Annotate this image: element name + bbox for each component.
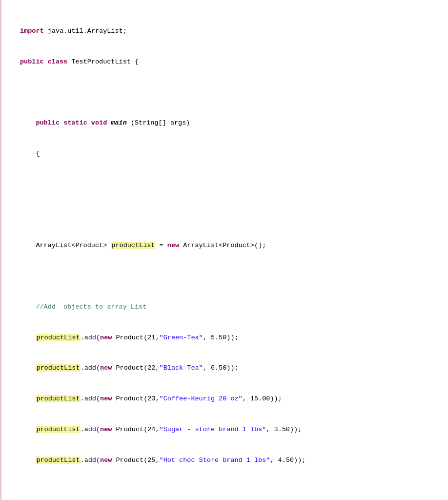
code-line-11: productList.add(new Product(25,"Hot choc… xyxy=(20,456,438,466)
code-line-4: { xyxy=(20,149,438,159)
code-block: import java.util.ArrayList; public class… xyxy=(1,6,448,500)
code-line-10: productList.add(new Product(24,"Sugar - … xyxy=(20,425,438,435)
code-line-9: productList.add(new Product(23,"Coffee-K… xyxy=(20,394,438,404)
code-line-3: public static void main (String[] args) xyxy=(20,118,438,128)
code-container: import java.util.ArrayList; public class… xyxy=(0,0,448,500)
code-line-2: public class TestProductList { xyxy=(20,57,438,67)
code-line-5: ArrayList<Product> productList = new Arr… xyxy=(20,241,438,251)
code-line-7: productList.add(new Product(21,"Green-Te… xyxy=(20,333,438,343)
code-line-6: //Add objects to array List xyxy=(20,302,438,312)
code-line-8: productList.add(new Product(22,"Black-Te… xyxy=(20,363,438,374)
code-line-1: import java.util.ArrayList; xyxy=(20,26,438,37)
